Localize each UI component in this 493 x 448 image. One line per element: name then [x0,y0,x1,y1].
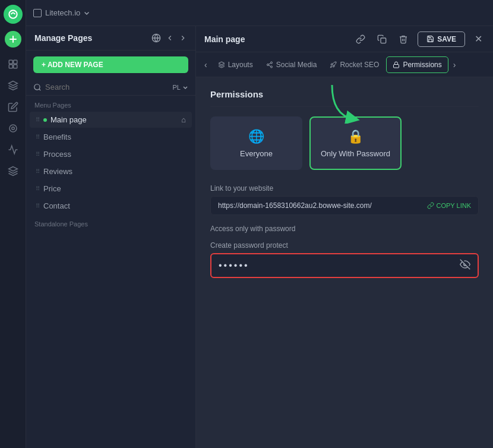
link-field: https://domain-1658310662au2.bowwe-site.… [210,196,479,215]
svg-point-0 [9,10,17,18]
rocket-icon [330,61,337,68]
password-field-wrap [210,253,479,278]
sidebar-item-main-page[interactable]: ⠿ Main page ⌂ [30,112,192,128]
svg-point-12 [267,64,268,65]
page-item-label: Benefits [43,132,71,141]
password-section: Create password protect [210,241,479,278]
toolbar-brush-icon[interactable] [4,119,23,138]
tab-social-media-label: Social Media [276,61,317,69]
page-item-label: Reviews [43,167,72,176]
link-icon-button[interactable] [353,32,368,46]
copy-icon [377,34,387,44]
tab-rocket-seo-label: Rocket SEO [340,61,379,69]
drag-icon: ⠿ [36,151,40,157]
active-dot [43,118,47,122]
page-item-label: Process [43,150,71,159]
lock-icon [393,61,400,68]
save-icon [426,35,434,43]
home-icon: ⌂ [181,115,186,124]
svg-line-14 [268,65,270,66]
svg-rect-2 [13,60,17,64]
tab-permissions-label: Permissions [403,61,441,69]
copy-link-label: COPY LINK [437,202,472,209]
svg-point-13 [270,66,272,68]
sidebar-item-contact[interactable]: ⠿ Contact [30,198,192,214]
layers-icon [218,61,225,68]
svg-point-11 [270,62,272,64]
language-selector[interactable]: PL [173,84,188,91]
tab-permissions[interactable]: Permissions [386,56,448,73]
permissions-panel: Permissions [196,77,493,448]
copy-icon-button[interactable] [375,32,389,46]
password-input[interactable] [219,260,460,271]
copy-link-button[interactable]: COPY LINK [427,202,472,209]
sidebar-item-reviews[interactable]: ⠿ Reviews [30,163,192,179]
svg-marker-10 [219,62,225,65]
menu-pages-section-label: Menu Pages [26,96,195,111]
page-item-label: Contact [43,201,70,210]
sidebar-item-price[interactable]: ⠿ Price [30,181,192,197]
globe-icon[interactable] [151,33,161,43]
svg-line-15 [268,63,270,64]
svg-rect-1 [9,60,12,64]
toolbar-pages-icon[interactable] [4,55,23,74]
chevron-left-icon[interactable] [166,34,174,42]
svg-marker-6 [8,167,17,172]
link-icon [356,34,365,44]
add-new-page-button[interactable]: + ADD NEW PAGE [33,56,188,73]
toolbar-edit-icon[interactable] [4,97,23,116]
page-item-label: Price [43,184,61,193]
content-area: Manage Pages + ADD NEW PAGE [26,26,493,448]
tabs-next-button[interactable]: › [450,58,460,72]
tab-rocket-seo[interactable]: Rocket SEO [324,57,385,72]
tab-layouts[interactable]: Layouts [212,57,259,72]
green-arrow [326,82,362,124]
drag-icon: ⠿ [36,203,40,209]
share-icon [266,61,273,68]
sidebar: Manage Pages + ADD NEW PAGE [26,26,196,448]
permission-cards-container: 🌐 Everyone 🔒 Only With Password [210,116,479,170]
tabs-prev-button[interactable]: ‹ [201,58,211,72]
tab-social-media[interactable]: Social Media [260,57,323,72]
app-title-bar: Litetech.io [33,8,90,17]
sidebar-title: Manage Pages [34,33,92,43]
toolbar-layers-icon[interactable] [4,76,23,95]
svg-rect-4 [13,65,17,68]
link-field-label: Link to your website [210,184,479,193]
drag-icon: ⠿ [36,134,40,140]
browser-icon [33,9,42,17]
tab-layouts-label: Layouts [228,61,253,69]
close-button[interactable]: ✕ [472,31,485,47]
save-button[interactable]: SAVE [418,31,465,47]
right-panel-header: Main page [196,26,493,52]
tabs-bar: ‹ Layouts [196,52,493,77]
copy-link-icon [427,202,434,209]
drag-icon: ⠿ [36,168,40,175]
access-only-label: Access only with password [210,225,479,233]
chevron-right-icon[interactable] [179,34,187,42]
permission-card-password[interactable]: 🔒 Only With Password [309,116,402,170]
right-panel: Main page [196,26,493,448]
header-actions: SAVE ✕ [353,31,485,47]
globe-card-icon: 🌐 [248,129,264,144]
eye-icon[interactable] [460,259,470,272]
save-label: SAVE [437,35,456,43]
page-title: Main page [204,34,245,44]
svg-rect-3 [9,65,12,68]
permission-card-everyone[interactable]: 🌐 Everyone [210,116,302,170]
page-item-label: Main page [50,115,87,124]
sidebar-item-process[interactable]: ⠿ Process [30,146,192,162]
sidebar-item-benefits[interactable]: ⠿ Benefits [30,129,192,145]
search-input[interactable] [45,83,169,92]
sidebar-header-icons [151,33,187,43]
svg-rect-9 [381,38,386,43]
standalone-pages-section-label: Standalone Pages [26,214,195,230]
drag-icon: ⠿ [36,185,40,192]
toolbar-add-button[interactable] [5,31,21,48]
lock-card-icon: 🔒 [347,129,364,144]
toolbar-analytics-icon[interactable] [4,140,23,159]
delete-icon-button[interactable] [396,32,410,46]
permission-cards: 🌐 Everyone 🔒 Only With Password [210,116,479,170]
top-bar: Litetech.io [26,0,493,26]
toolbar-stack-icon[interactable] [4,162,23,181]
